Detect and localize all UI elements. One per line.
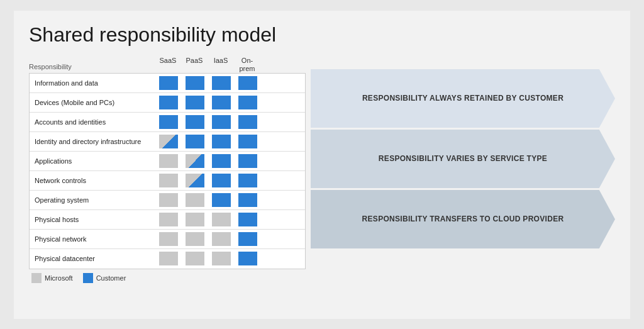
row-label: Information and data [30, 79, 155, 87]
table-row: Physical network [30, 230, 305, 249]
table-row: Identity and directory infrastructure [30, 132, 305, 152]
table-row: Devices (Mobile and PCs) [30, 93, 305, 113]
cell-onprem [235, 112, 261, 131]
row-label: Physical datacenter [30, 255, 155, 262]
cell-onprem [235, 151, 261, 170]
legend-microsoft-label: Microsoft [45, 274, 73, 282]
cell-paas [182, 229, 208, 248]
cell-onprem [235, 170, 261, 190]
cell-iaas [208, 190, 235, 209]
arrows-section: RESPONSIBILITY ALWAYS RETAINED BY CUSTOM… [306, 69, 615, 296]
cell-paas [182, 112, 208, 131]
legend-customer-box [83, 273, 93, 283]
cell-saas [155, 229, 182, 248]
page-title: Shared responsibility model [29, 23, 615, 47]
cells [155, 92, 261, 112]
col-paas: PaaS [181, 57, 208, 73]
cell-iaas [208, 209, 235, 229]
cell-saas [155, 112, 182, 131]
cell-saas [155, 190, 182, 209]
legend-customer-label: Customer [96, 274, 126, 282]
cell-saas [155, 151, 182, 170]
cells [155, 229, 261, 248]
row-label: Identity and directory infrastructure [30, 138, 155, 145]
row-label: Devices (Mobile and PCs) [30, 99, 155, 106]
row-label: Operating system [30, 196, 155, 204]
cell-onprem [235, 73, 261, 92]
arrow-band-1: RESPONSIBILITY ALWAYS RETAINED BY CUSTOM… [311, 69, 615, 128]
cell-iaas [208, 249, 235, 269]
cells [155, 170, 261, 190]
cell-paas [182, 249, 208, 269]
col-responsibility-label: Responsibility [29, 63, 155, 73]
cell-paas [182, 73, 208, 92]
cells [155, 249, 261, 269]
cell-paas [182, 92, 208, 112]
cell-saas [155, 131, 182, 151]
cell-paas [182, 151, 208, 170]
cell-saas [155, 249, 182, 269]
cell-iaas [208, 229, 235, 248]
cells [155, 112, 261, 131]
row-label: Physical hosts [30, 216, 155, 223]
slide: Shared responsibility model Responsibili… [14, 11, 630, 319]
cell-onprem [235, 209, 261, 229]
legend-customer: Customer [83, 273, 126, 283]
table-row: Accounts and identities [30, 113, 305, 132]
table-row: Physical datacenter [30, 249, 305, 269]
cell-onprem [235, 190, 261, 209]
arrow-label-2: RESPONSIBILITY VARIES BY SERVICE TYPE [349, 154, 577, 163]
cell-onprem [235, 229, 261, 248]
table-section: Responsibility SaaS PaaS IaaS On-prem In… [29, 57, 306, 296]
arrow-label-3: RESPONSIBILITY TRANSFERS TO CLOUD PROVID… [349, 215, 577, 223]
cells [155, 131, 261, 151]
row-label: Physical network [30, 235, 155, 243]
table-header: Responsibility SaaS PaaS IaaS On-prem [29, 57, 306, 73]
legend-microsoft-box [31, 273, 42, 283]
cell-iaas [208, 131, 235, 151]
table-row: Information and data [30, 74, 305, 93]
col-headers: SaaS PaaS IaaS On-prem [155, 57, 260, 73]
cell-paas [182, 190, 208, 209]
cell-saas [155, 209, 182, 229]
col-saas: SaaS [155, 57, 181, 73]
cells [155, 209, 261, 229]
legend-microsoft: Microsoft [31, 273, 73, 283]
cell-onprem [235, 249, 261, 269]
cell-saas [155, 92, 182, 112]
cell-iaas [208, 151, 235, 170]
cell-onprem [235, 92, 261, 112]
cells [155, 151, 261, 170]
col-iaas: IaaS [208, 57, 234, 73]
cell-iaas [208, 112, 235, 131]
cell-saas [155, 170, 182, 190]
cell-onprem [235, 131, 261, 151]
arrow-label-1: RESPONSIBILITY ALWAYS RETAINED BY CUSTOM… [349, 94, 577, 103]
cell-iaas [208, 73, 235, 92]
table-row: Applications [30, 152, 305, 171]
cells [155, 73, 261, 92]
table-row: Operating system [30, 191, 305, 210]
arrow-band-2: RESPONSIBILITY VARIES BY SERVICE TYPE [311, 130, 615, 188]
cell-paas [182, 170, 208, 190]
arrow-band-3: RESPONSIBILITY TRANSFERS TO CLOUD PROVID… [311, 190, 615, 248]
col-onprem: On-prem [234, 57, 260, 73]
cell-paas [182, 131, 208, 151]
table-row: Physical hosts [30, 210, 305, 230]
cell-paas [182, 209, 208, 229]
cell-iaas [208, 170, 235, 190]
row-label: Network controls [30, 177, 155, 184]
row-label: Accounts and identities [30, 118, 155, 126]
cells [155, 190, 261, 209]
cell-saas [155, 73, 182, 92]
legend: Microsoft Customer [29, 273, 306, 283]
content-area: Responsibility SaaS PaaS IaaS On-prem In… [29, 57, 615, 296]
responsibility-table: Information and data Devices (Mobile and… [29, 73, 306, 269]
table-row: Network controls [30, 171, 305, 191]
row-label: Applications [30, 157, 155, 165]
cell-iaas [208, 92, 235, 112]
